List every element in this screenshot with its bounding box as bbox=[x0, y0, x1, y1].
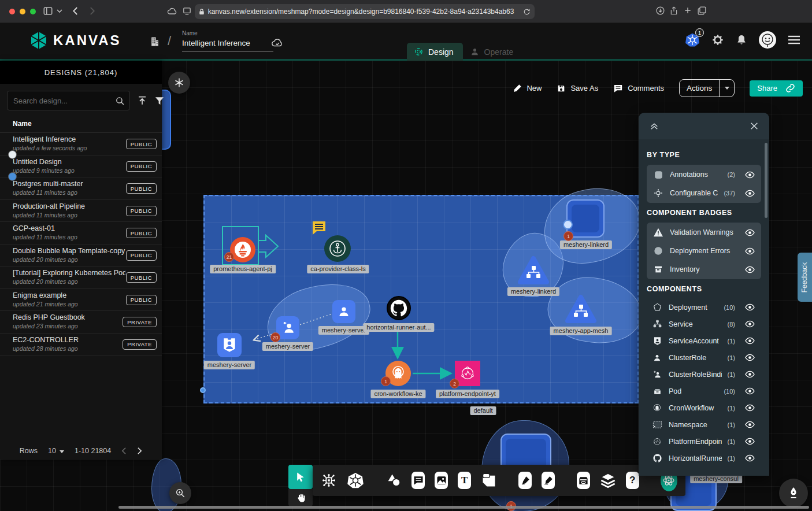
component-row-pod[interactable]: Pod (10) bbox=[647, 383, 761, 399]
component-row-clusterrole[interactable]: ClusterRole (1) bbox=[647, 349, 761, 366]
window-zoom-button[interactable] bbox=[30, 9, 36, 14]
design-row[interactable]: Intelligent Inference updated a few seco… bbox=[0, 133, 162, 155]
visibility-eye-icon[interactable] bbox=[744, 302, 755, 313]
badge-row-deployment-errors[interactable]: Deployment Errors bbox=[647, 242, 761, 260]
share-button[interactable]: Share bbox=[750, 80, 803, 97]
image-tool[interactable] bbox=[435, 472, 448, 489]
visibility-eye-icon[interactable] bbox=[744, 453, 755, 464]
design-search-box[interactable] bbox=[7, 91, 130, 110]
design-row[interactable]: EC2-CONTROLLER updated 28 minutes ago PR… bbox=[0, 334, 162, 356]
visibility-eye-icon[interactable] bbox=[744, 319, 755, 329]
component-row-serviceaccount[interactable]: ServiceAccount (1) bbox=[647, 332, 761, 349]
components-tool[interactable] bbox=[321, 472, 337, 489]
design-row[interactable]: Untitled Design updated 9 minutes ago PU… bbox=[0, 155, 162, 178]
comment-tool[interactable] bbox=[411, 472, 425, 489]
comment-annotation-icon[interactable] bbox=[311, 220, 327, 235]
close-panel-icon[interactable] bbox=[750, 121, 759, 131]
tab-design[interactable]: Design bbox=[407, 43, 463, 61]
node-linkerd-deployment[interactable] bbox=[566, 199, 605, 238]
pencil-tool[interactable] bbox=[542, 472, 555, 489]
design-row[interactable]: GCP-east-01 updated 11 minutes ago PUBLI… bbox=[0, 222, 162, 245]
badge-linkerd-count[interactable]: 1 bbox=[563, 231, 573, 241]
window-close-button[interactable] bbox=[9, 9, 15, 14]
component-row-horizontalrunnerautoscaler[interactable]: HorizontalRunnerAutosc (1) bbox=[647, 450, 761, 466]
filter-icon[interactable] bbox=[154, 96, 165, 106]
node-ca-provider[interactable] bbox=[324, 235, 351, 262]
feedback-tab[interactable]: Feedback bbox=[798, 253, 812, 302]
visibility-eye-icon[interactable] bbox=[744, 246, 755, 257]
comments-button[interactable]: Comments bbox=[613, 84, 664, 93]
visibility-eye-icon[interactable] bbox=[744, 227, 755, 238]
design-name-field[interactable]: Name Intelligent Inference bbox=[182, 30, 275, 51]
kubernetes-tool[interactable] bbox=[347, 472, 364, 489]
help-tool[interactable]: ? bbox=[626, 472, 639, 489]
visibility-eye-icon[interactable] bbox=[744, 436, 755, 447]
pen-mode-button[interactable] bbox=[779, 479, 808, 508]
node-clusterrole[interactable] bbox=[332, 300, 355, 323]
chevron-down-icon[interactable] bbox=[57, 9, 62, 13]
prev-page-icon[interactable] bbox=[121, 447, 127, 455]
zoom-button[interactable] bbox=[169, 482, 191, 504]
visibility-eye-icon[interactable] bbox=[744, 169, 755, 180]
share-icon[interactable] bbox=[669, 6, 678, 16]
visibility-eye-icon[interactable] bbox=[744, 335, 755, 346]
component-row-deployment[interactable]: Deployment (10) bbox=[647, 299, 761, 316]
horizontal-scrollbar[interactable] bbox=[118, 506, 809, 509]
linkerd-mini-icon[interactable] bbox=[563, 220, 573, 229]
window-minimize-button[interactable] bbox=[20, 9, 25, 14]
drawer-tool[interactable] bbox=[577, 472, 590, 489]
component-row-cronworkflow[interactable]: CronWorkflow (1) bbox=[647, 399, 761, 416]
badge-row-validation-warnings[interactable]: Validation Warnings bbox=[647, 223, 761, 242]
badge-prometheus-count[interactable]: 21 bbox=[224, 252, 234, 262]
design-search-input[interactable] bbox=[13, 97, 115, 105]
node-prometheus-agent[interactable] bbox=[230, 237, 255, 262]
layers-tool[interactable] bbox=[600, 472, 616, 489]
design-row[interactable]: Redis PHP Guestbook updated 23 minutes a… bbox=[0, 311, 162, 334]
badge-row-inventory[interactable]: Inventory bbox=[647, 260, 761, 279]
downloads-icon[interactable] bbox=[655, 6, 665, 16]
node-linkerd-service[interactable] bbox=[517, 255, 550, 286]
reload-icon[interactable] bbox=[523, 8, 531, 16]
rows-per-page-select[interactable]: 10 bbox=[48, 447, 64, 455]
visibility-eye-icon[interactable] bbox=[744, 402, 755, 413]
tab-operate[interactable]: Operate bbox=[463, 43, 523, 61]
new-tab-icon[interactable] bbox=[683, 6, 692, 15]
node-horizontal-runner[interactable] bbox=[387, 296, 411, 320]
badge-server-count[interactable]: 20 bbox=[270, 332, 280, 342]
component-row-platformendpoint[interactable]: PlatformEndpoint (1) bbox=[647, 433, 761, 450]
select-tool[interactable] bbox=[288, 465, 313, 489]
visibility-eye-icon[interactable] bbox=[744, 352, 755, 363]
component-row-clusterrolebinding[interactable]: ClusterRoleBinding (1) bbox=[647, 366, 761, 383]
layer-row-annotations[interactable]: Annotations (2) bbox=[647, 165, 761, 184]
reader-icon[interactable] bbox=[182, 6, 192, 16]
new-button[interactable]: New bbox=[513, 84, 542, 93]
note-tool[interactable] bbox=[481, 472, 497, 489]
design-row[interactable]: [Tutorial] Exploring Kubernetes Pod upda… bbox=[0, 266, 162, 289]
import-design-icon[interactable] bbox=[137, 95, 147, 106]
design-row[interactable]: Postgres multi-master updated 11 minutes… bbox=[0, 177, 162, 200]
visibility-eye-icon[interactable] bbox=[744, 369, 755, 380]
sidebar-toggle-icon[interactable] bbox=[43, 6, 53, 16]
actions-caret-icon[interactable] bbox=[719, 80, 734, 97]
url-bar[interactable]: kanvas.new/extension/meshmap?mode=design… bbox=[195, 4, 535, 19]
shapes-tool[interactable] bbox=[385, 472, 402, 489]
notifications-bell-icon[interactable] bbox=[736, 34, 747, 46]
text-tool[interactable]: T bbox=[458, 472, 471, 489]
kubernetes-context-button[interactable]: 1 bbox=[685, 32, 700, 47]
freeze-button[interactable] bbox=[168, 72, 190, 94]
design-row[interactable]: Double Bubble Map Template-copy updated … bbox=[0, 245, 162, 267]
badge-platform-count[interactable]: 2 bbox=[450, 379, 459, 388]
design-row[interactable]: Production-alt Pipeline updated 11 minut… bbox=[0, 200, 162, 223]
visibility-eye-icon[interactable] bbox=[744, 188, 755, 199]
visibility-eye-icon[interactable] bbox=[744, 264, 755, 275]
pan-tool[interactable] bbox=[288, 489, 313, 506]
organization-icon[interactable] bbox=[149, 36, 161, 47]
node-app-mesh-service[interactable] bbox=[565, 294, 597, 324]
kanvas-logo[interactable]: KANVAS bbox=[30, 31, 121, 50]
design-row[interactable]: Enigma example updated 21 minutes ago PU… bbox=[0, 289, 162, 312]
tab-overview-icon[interactable] bbox=[697, 6, 707, 16]
visibility-eye-icon[interactable] bbox=[744, 386, 755, 397]
settings-gear-icon[interactable] bbox=[711, 34, 724, 46]
icloud-icon[interactable] bbox=[166, 6, 178, 16]
badge-cron-count[interactable]: 1 bbox=[381, 376, 391, 386]
